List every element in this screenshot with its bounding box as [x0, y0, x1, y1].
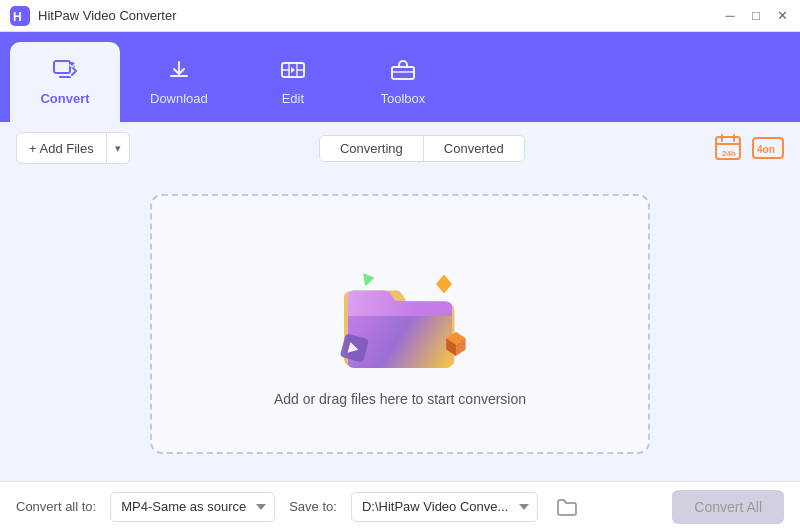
add-files-main[interactable]: + Add Files: [17, 133, 107, 163]
edit-tab-label: Edit: [282, 91, 304, 106]
save-to-label: Save to:: [289, 499, 337, 514]
add-files-dropdown-arrow[interactable]: ▾: [107, 133, 129, 163]
edit-icon: [280, 59, 306, 85]
tab-edit[interactable]: Edit: [238, 42, 348, 122]
window-controls: ─ □ ✕: [722, 8, 790, 24]
svg-marker-20: [436, 274, 452, 293]
add-files-button[interactable]: + Add Files ▾: [16, 132, 130, 164]
converted-tab[interactable]: Converted: [424, 136, 524, 161]
tab-download[interactable]: Download: [120, 42, 238, 122]
converting-tab[interactable]: Converting: [320, 136, 424, 161]
schedule-icon[interactable]: 24h: [714, 134, 746, 162]
toolbox-icon: [390, 59, 416, 85]
title-bar: H HitPaw Video Converter ─ □ ✕: [0, 0, 800, 32]
download-tab-label: Download: [150, 91, 208, 106]
folder-illustration: [320, 241, 480, 391]
right-icons: 24h 4on: [714, 134, 784, 162]
main-content: Add or drag files here to start conversi…: [0, 174, 800, 474]
toolbar: + Add Files ▾ Converting Converted 24h 4…: [0, 122, 800, 174]
svg-marker-9: [291, 67, 295, 73]
maximize-button[interactable]: □: [748, 8, 764, 24]
download-icon: [166, 59, 192, 85]
nav-tabs: Convert Download Edit: [0, 32, 800, 122]
minimize-button[interactable]: ─: [722, 8, 738, 24]
convert-tab-label: Convert: [40, 91, 89, 106]
add-files-label: + Add Files: [29, 141, 94, 156]
browse-folder-button[interactable]: [552, 492, 582, 522]
convert-icon: [52, 59, 78, 85]
tab-convert[interactable]: Convert: [10, 42, 120, 122]
toolbox-tab-label: Toolbox: [380, 91, 425, 106]
drop-zone-text: Add or drag files here to start conversi…: [274, 391, 526, 407]
drop-zone[interactable]: Add or drag files here to start conversi…: [150, 194, 650, 454]
convert-format-select[interactable]: MP4-Same as source: [110, 492, 275, 522]
svg-marker-19: [363, 271, 376, 286]
convert-all-to-label: Convert all to:: [16, 499, 96, 514]
svg-rect-2: [54, 61, 70, 73]
close-button[interactable]: ✕: [774, 8, 790, 24]
svg-text:4on: 4on: [757, 144, 775, 155]
svg-text:H: H: [13, 10, 22, 24]
app-logo: H: [10, 6, 30, 26]
convert-toggle-tabs: Converting Converted: [319, 135, 525, 162]
bottom-bar: Convert all to: MP4-Same as source Save …: [0, 481, 800, 531]
svg-rect-10: [392, 67, 414, 79]
fourk-icon[interactable]: 4on: [752, 134, 784, 162]
save-to-select[interactable]: D:\HitPaw Video Conve...: [351, 492, 538, 522]
svg-text:24h: 24h: [722, 149, 736, 158]
app-title: HitPaw Video Converter: [38, 8, 722, 23]
tab-toolbox[interactable]: Toolbox: [348, 42, 458, 122]
convert-all-button[interactable]: Convert All: [672, 490, 784, 524]
